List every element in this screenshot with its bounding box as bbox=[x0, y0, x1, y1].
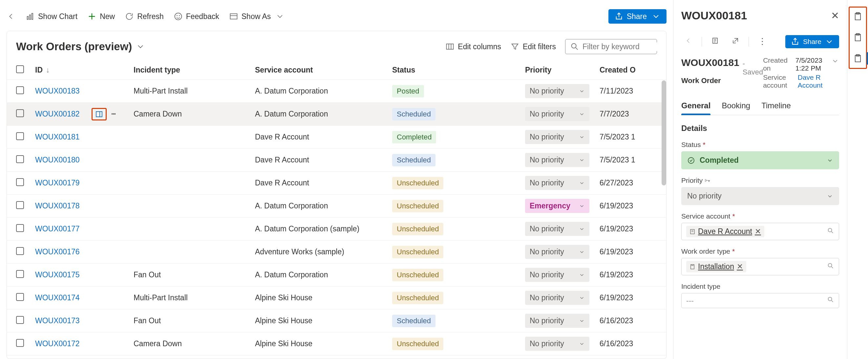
column-status[interactable]: Status bbox=[392, 66, 525, 74]
open-side-pane-button[interactable] bbox=[92, 108, 107, 120]
row-checkbox[interactable] bbox=[16, 224, 24, 232]
panel-share-button[interactable]: Share bbox=[785, 35, 839, 48]
work-order-link[interactable]: WOUX00173 bbox=[35, 316, 80, 325]
table-row[interactable]: WOUX00179Dave R AccountUnscheduledNo pri… bbox=[7, 172, 666, 195]
row-checkbox[interactable] bbox=[16, 201, 24, 209]
edit-columns-button[interactable]: Edit columns bbox=[445, 42, 501, 51]
work-order-link[interactable]: WOUX00181 bbox=[35, 132, 80, 142]
table-row[interactable]: WOUX00175Fan OutA. Datum CorporationUnsc… bbox=[7, 264, 666, 287]
cell-created: 6/19/2023 bbox=[599, 202, 636, 210]
work-order-link[interactable]: WOUX00178 bbox=[35, 202, 80, 210]
cell-service: Alpine Ski House bbox=[255, 293, 392, 302]
column-created[interactable]: Created O bbox=[599, 66, 636, 74]
edit-filters-button[interactable]: Edit filters bbox=[510, 42, 556, 51]
tab-general[interactable]: General bbox=[681, 98, 711, 115]
work-order-link[interactable]: WOUX00180 bbox=[35, 155, 80, 164]
cell-incident: Multi-Part Install bbox=[133, 293, 255, 302]
priority-select[interactable]: No priority bbox=[525, 222, 589, 236]
header-expand-button[interactable] bbox=[831, 57, 839, 67]
rail-clipboard-3[interactable] bbox=[850, 51, 865, 66]
cell-incident: Camera Down bbox=[133, 110, 255, 118]
status-select[interactable]: Completed bbox=[681, 151, 839, 169]
table-row[interactable]: WOUX00173Fan OutAlpine Ski HouseSchedule… bbox=[7, 309, 666, 332]
panel-back-button[interactable] bbox=[681, 35, 696, 49]
search-icon bbox=[827, 262, 834, 271]
priority-select[interactable]: No priority bbox=[525, 337, 589, 351]
table-row[interactable]: WOUX00183Multi-Part InstallA. Datum Corp… bbox=[7, 80, 666, 103]
work-order-link[interactable]: WOUX00176 bbox=[35, 247, 80, 256]
close-button[interactable]: ✕ bbox=[831, 10, 839, 21]
priority-select[interactable]: No priority bbox=[525, 245, 589, 259]
table-row[interactable]: WOUX00182···Camera DownA. Datum Corporat… bbox=[7, 103, 666, 126]
open-record-button[interactable] bbox=[708, 35, 722, 49]
table-row[interactable]: WOUX00178A. Datum CorporationUnscheduled… bbox=[7, 195, 666, 217]
work-order-link[interactable]: WOUX00177 bbox=[35, 225, 80, 233]
row-checkbox[interactable] bbox=[16, 109, 24, 117]
priority-select[interactable]: No priority bbox=[525, 84, 589, 98]
column-priority[interactable]: Priority bbox=[525, 66, 599, 74]
priority-select[interactable]: No priority bbox=[525, 130, 589, 144]
incident-type-lookup[interactable]: --- bbox=[681, 293, 839, 308]
table-row[interactable]: WOUX00172Camera DownAlpine Ski HouseUnsc… bbox=[7, 332, 666, 355]
show-chart-button[interactable]: Show Chart bbox=[26, 12, 78, 21]
row-checkbox[interactable] bbox=[16, 86, 24, 94]
table-row[interactable]: WOUX00176Adventure Works (sample)Unsched… bbox=[7, 241, 666, 264]
cell-service: Adventure Works (sample) bbox=[255, 247, 392, 256]
priority-select[interactable]: No priority bbox=[525, 176, 589, 190]
work-order-link[interactable]: WOUX00172 bbox=[35, 339, 80, 348]
popout-button[interactable] bbox=[728, 35, 743, 49]
feedback-button[interactable]: Feedback bbox=[174, 12, 219, 21]
service-account-link[interactable]: Dave R Account bbox=[798, 73, 825, 89]
cell-service: Dave R Account bbox=[255, 179, 392, 187]
row-checkbox[interactable] bbox=[16, 339, 24, 347]
row-checkbox[interactable] bbox=[16, 155, 24, 163]
work-order-type-lookup[interactable]: Installation✕ bbox=[681, 258, 839, 275]
table-row[interactable]: WOUX00181Dave R AccountCompletedNo prior… bbox=[7, 126, 666, 149]
row-more-button[interactable]: ··· bbox=[111, 110, 116, 118]
layout-icon bbox=[229, 12, 238, 21]
priority-select[interactable]: No priority bbox=[681, 187, 839, 205]
row-checkbox[interactable] bbox=[16, 247, 24, 255]
work-order-link[interactable]: WOUX00183 bbox=[35, 87, 80, 95]
priority-select[interactable]: Emergency bbox=[525, 199, 589, 213]
table-row[interactable]: WOUX00180Dave R AccountScheduledNo prior… bbox=[7, 149, 666, 172]
tab-timeline[interactable]: Timeline bbox=[761, 98, 791, 115]
priority-select[interactable]: No priority bbox=[525, 107, 589, 121]
filter-input[interactable] bbox=[565, 39, 657, 54]
work-order-link[interactable]: WOUX00182 bbox=[35, 110, 80, 118]
work-order-link[interactable]: WOUX00179 bbox=[35, 179, 80, 187]
new-button[interactable]: New bbox=[87, 12, 115, 21]
row-checkbox[interactable] bbox=[16, 270, 24, 278]
back-button[interactable] bbox=[6, 12, 16, 21]
clear-service-account[interactable]: ✕ bbox=[755, 227, 761, 236]
priority-select[interactable]: No priority bbox=[525, 291, 589, 305]
work-order-link[interactable]: WOUX00175 bbox=[35, 270, 80, 279]
service-account-lookup[interactable]: Dave R Account✕ bbox=[681, 223, 839, 240]
share-icon bbox=[790, 37, 800, 46]
column-id[interactable]: ID ↓ bbox=[35, 66, 133, 74]
work-order-link[interactable]: WOUX00174 bbox=[35, 293, 80, 302]
row-checkbox[interactable] bbox=[16, 132, 24, 140]
rail-clipboard-2[interactable] bbox=[850, 30, 865, 45]
scrollbar-thumb[interactable] bbox=[661, 81, 666, 185]
show-as-button[interactable]: Show As bbox=[229, 12, 285, 21]
priority-select[interactable]: No priority bbox=[525, 153, 589, 167]
table-row[interactable]: WOUX00174Multi-Part InstallAlpine Ski Ho… bbox=[7, 287, 666, 309]
priority-select[interactable]: No priority bbox=[525, 314, 589, 328]
svg-rect-9 bbox=[96, 112, 102, 117]
tab-booking[interactable]: Booking bbox=[722, 98, 750, 115]
column-incident[interactable]: Incident type bbox=[133, 66, 255, 74]
more-button[interactable]: ⋮ bbox=[755, 34, 770, 49]
column-service[interactable]: Service account bbox=[255, 66, 392, 74]
view-title[interactable]: Work Orders (preview) bbox=[16, 40, 145, 53]
row-checkbox[interactable] bbox=[16, 178, 24, 186]
rail-clipboard-1[interactable] bbox=[850, 9, 865, 24]
share-button[interactable]: Share bbox=[609, 9, 666, 24]
refresh-button[interactable]: Refresh bbox=[125, 12, 164, 21]
clear-work-order-type[interactable]: ✕ bbox=[737, 262, 743, 271]
row-checkbox[interactable] bbox=[16, 316, 24, 324]
select-all-checkbox[interactable] bbox=[16, 65, 24, 73]
priority-select[interactable]: No priority bbox=[525, 268, 589, 282]
table-row[interactable]: WOUX00177A. Datum Corporation (sample)Un… bbox=[7, 217, 666, 241]
row-checkbox[interactable] bbox=[16, 293, 24, 301]
